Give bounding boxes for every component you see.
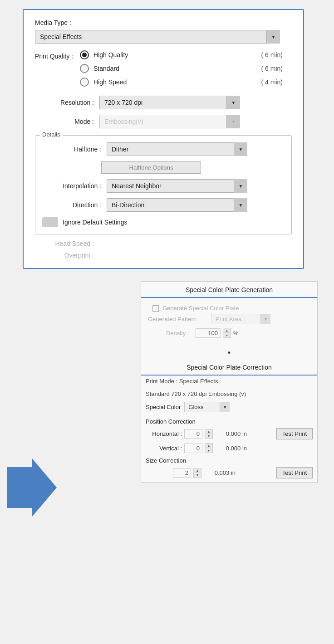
ignore-default-label: Ignore Default Settings xyxy=(63,219,127,226)
size-correction-value: 0.003 in xyxy=(204,469,236,476)
mode-row: Mode : Embossing(v) ▼ xyxy=(35,115,292,128)
overprint-label: Overprint : xyxy=(35,252,94,259)
direction-row: Direction : Bi-Direction ▼ xyxy=(42,198,285,212)
generated-pattern-row: Generated Pattern : Print Area ▼ xyxy=(148,314,310,324)
media-type-select[interactable]: Special Effects xyxy=(35,30,280,44)
quality-left-high: High Quality xyxy=(80,50,128,59)
horizontal-correction-row: Horizontal : ▲ ▼ 0.000 in Test Print xyxy=(141,426,317,441)
details-legend: Details xyxy=(40,131,63,138)
head-speed-label: Head Speed : xyxy=(35,240,94,247)
vertical-value: 0.000 in xyxy=(215,445,247,452)
main-container: Media Type : Special Effects ▼ Print Qua… xyxy=(0,0,334,644)
generate-checkbox-row: Generate Special Color Plate xyxy=(148,302,310,314)
generated-pattern-label: Generated Pattern : xyxy=(148,316,211,322)
svg-marker-0 xyxy=(7,458,57,517)
quality-left-highspeed: High Speed xyxy=(80,78,127,87)
position-correction-header: Position Correction xyxy=(141,416,317,426)
overprint-row: Overprint : xyxy=(35,252,292,259)
quality-name-standard: Standard xyxy=(93,65,119,72)
density-row: Density : ▲ ▼ % xyxy=(148,328,310,338)
quality-name-highspeed: High Speed xyxy=(93,78,127,86)
halftone-options-button: Halftone Options xyxy=(101,161,201,174)
quality-time-highspeed: ( 4 min) xyxy=(261,78,292,86)
vertical-spinner: ▲ ▼ xyxy=(205,443,213,453)
ignore-default-toggle[interactable] xyxy=(42,217,58,227)
vertical-label: Vertical : xyxy=(146,445,182,452)
direction-select-container: Bi-Direction ▼ xyxy=(107,198,247,212)
quality-option-standard: Standard ( 6 min) xyxy=(80,64,292,73)
section1-content: Generate Special Color Plate Generated P… xyxy=(141,298,317,346)
size-correction-spinner-down[interactable]: ▼ xyxy=(194,473,201,478)
blue-arrow-container xyxy=(7,458,57,517)
generated-pattern-select-container: Print Area ▼ xyxy=(211,314,270,324)
details-group: Details Halftone : Dither ▼ Halftone Opt… xyxy=(35,135,292,234)
radio-standard[interactable] xyxy=(80,64,89,73)
quality-time-high: ( 6 min) xyxy=(261,51,292,59)
special-color-select[interactable]: Gloss xyxy=(184,402,230,412)
main-panel: Media Type : Special Effects ▼ Print Qua… xyxy=(23,9,304,269)
resolution-label: Resolution : xyxy=(35,99,94,106)
halftone-row: Halftone : Dither ▼ xyxy=(42,142,285,156)
standard-text: Standard 720 x 720 dpi Embossing (v) xyxy=(141,388,317,400)
halftone-select[interactable]: Dither xyxy=(107,142,247,156)
quality-options: High Quality ( 6 min) Standard ( 6 min) xyxy=(80,50,292,87)
generate-special-color-checkbox[interactable] xyxy=(152,305,159,312)
print-mode-value: Special Effects xyxy=(179,378,218,385)
blue-arrow-icon xyxy=(7,458,57,517)
radio-inner-high xyxy=(82,53,87,57)
density-spinner-down[interactable]: ▼ xyxy=(223,333,231,337)
radio-high-speed[interactable] xyxy=(80,78,89,87)
vertical-spinner-down[interactable]: ▼ xyxy=(205,448,212,453)
divider-dot: • xyxy=(141,348,317,358)
quality-option-high: High Quality ( 6 min) xyxy=(80,50,292,59)
horizontal-value: 0.000 in xyxy=(215,430,247,437)
special-color-row: Special Color Gloss ▼ xyxy=(141,400,317,416)
quality-name-high: High Quality xyxy=(93,51,128,59)
size-correction-input[interactable] xyxy=(173,468,191,478)
section1-title: Special Color Plate Generation xyxy=(141,282,317,298)
interpolation-select-container: Nearest Neighbor ▼ xyxy=(107,179,247,193)
density-unit: % xyxy=(233,330,239,337)
size-test-print-button[interactable]: Test Print xyxy=(276,467,313,478)
horizontal-spinner-down[interactable]: ▼ xyxy=(205,434,212,439)
density-spinner: ▲ ▼ xyxy=(223,328,231,338)
section2-title: Special Color Plate Correction xyxy=(141,360,317,376)
horizontal-input[interactable] xyxy=(184,429,202,439)
interpolation-select[interactable]: Nearest Neighbor xyxy=(107,179,247,193)
density-spinner-up[interactable]: ▲ xyxy=(223,328,231,333)
density-label: Density : xyxy=(166,330,193,337)
halftone-select-container: Dither ▼ xyxy=(107,142,247,156)
density-input xyxy=(196,328,221,338)
mode-select-container: Embossing(v) ▼ xyxy=(99,115,240,128)
mode-select[interactable]: Embossing(v) xyxy=(99,115,240,128)
halftone-label: Halftone : xyxy=(42,146,101,153)
head-speed-row: Head Speed : xyxy=(35,240,292,247)
print-quality-label: Print Quality : xyxy=(35,50,73,60)
generate-special-color-label: Generate Special Color Plate xyxy=(162,305,239,312)
vertical-input[interactable] xyxy=(184,444,202,453)
horizontal-test-print-button[interactable]: Test Print xyxy=(276,428,313,439)
mode-label: Mode : xyxy=(35,118,94,125)
interpolation-label: Interpolation : xyxy=(42,182,101,190)
print-mode-row: Print Mode : Special Effects xyxy=(141,376,317,387)
resolution-select-container: 720 x 720 dpi ▼ xyxy=(99,96,240,109)
interpolation-row: Interpolation : Nearest Neighbor ▼ xyxy=(42,179,285,193)
resolution-select[interactable]: 720 x 720 dpi xyxy=(99,96,240,109)
media-type-label: Media Type : xyxy=(35,19,292,26)
special-color-select-container: Gloss ▼ xyxy=(184,402,230,412)
horizontal-spinner-up[interactable]: ▲ xyxy=(205,429,212,434)
quality-option-highspeed: High Speed ( 4 min) xyxy=(80,78,292,87)
horizontal-label: Horizontal : xyxy=(146,430,182,437)
direction-select[interactable]: Bi-Direction xyxy=(107,198,247,212)
resolution-row: Resolution : 720 x 720 dpi ▼ xyxy=(35,96,292,109)
radio-high-quality[interactable] xyxy=(80,50,89,59)
size-correction-header: Size Correction xyxy=(141,455,317,465)
size-correction-row: ▲ ▼ 0.003 in Test Print xyxy=(141,465,317,482)
horizontal-spinner: ▲ ▼ xyxy=(205,429,213,439)
vertical-spinner-up[interactable]: ▲ xyxy=(205,444,212,448)
ignore-row: Ignore Default Settings xyxy=(42,217,285,227)
media-type-select-container: Special Effects ▼ xyxy=(35,30,280,44)
direction-label: Direction : xyxy=(42,201,101,209)
quality-left-standard: Standard xyxy=(80,64,119,73)
size-correction-spinner-up[interactable]: ▲ xyxy=(194,468,201,473)
